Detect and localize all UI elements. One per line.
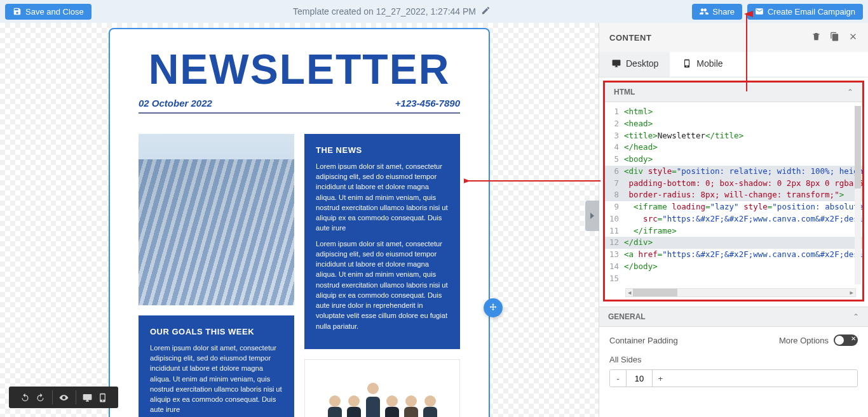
email-canvas[interactable]: NEWSLETTER 02 October 2022 +123-456-7890… bbox=[109, 28, 490, 417]
people-image bbox=[304, 359, 460, 417]
newsletter-subline: 02 October 2022 +123-456-7890 bbox=[139, 95, 460, 114]
mobile-icon bbox=[681, 59, 693, 68]
goals-text: Lorem ipsum dolor sit amet, consectetur … bbox=[150, 343, 283, 415]
news-p1: Lorem ipsum dolor sit amet, consectetur … bbox=[316, 161, 449, 234]
tab-desktop[interactable]: Desktop bbox=[599, 52, 670, 77]
side-panel: CONTENT Desktop Mobile bbox=[599, 23, 868, 417]
collapse-panel-button[interactable] bbox=[585, 201, 599, 231]
redo-button[interactable] bbox=[33, 390, 47, 404]
chevron-up-icon: ⌃ bbox=[853, 312, 859, 321]
stepper-plus[interactable]: + bbox=[652, 370, 668, 387]
close-icon[interactable] bbox=[848, 32, 858, 43]
topbar: Save and Close Template created on 12_27… bbox=[0, 0, 868, 23]
save-icon bbox=[13, 7, 22, 16]
code-vscroll[interactable] bbox=[855, 106, 861, 284]
share-button[interactable]: Share bbox=[692, 4, 742, 20]
preview-button[interactable] bbox=[57, 390, 71, 404]
topbar-right: Share Create Email Campaign bbox=[692, 4, 863, 20]
bottom-toolbar bbox=[9, 387, 118, 408]
code-editor[interactable]: 1<html>2<head>3<title>Newsletter</title>… bbox=[605, 102, 862, 300]
code-hscroll[interactable] bbox=[625, 288, 856, 297]
canvas-area[interactable]: NEWSLETTER 02 October 2022 +123-456-7890… bbox=[0, 23, 599, 417]
newsletter-title: NEWSLETTER bbox=[139, 48, 460, 90]
html-editor-highlight: HTML ⌃ 1<html>2<head>3<title>Newsletter<… bbox=[603, 81, 864, 301]
goals-block: OUR GOALS THIS WEEK Lorem ipsum dolor si… bbox=[139, 315, 294, 417]
template-title: Template created on 12_27_2022, 1:27:44 … bbox=[293, 6, 476, 17]
section-html[interactable]: HTML ⌃ bbox=[605, 83, 862, 102]
panel-title: CONTENT bbox=[609, 33, 651, 43]
news-heading: THE NEWS bbox=[316, 145, 449, 155]
newsletter-phone: +123-456-7890 bbox=[395, 98, 460, 109]
create-label: Create Email Campaign bbox=[768, 7, 855, 17]
newsletter-date: 02 October 2022 bbox=[139, 98, 212, 109]
desktop-view-button[interactable] bbox=[80, 390, 94, 404]
undo-button[interactable] bbox=[18, 390, 32, 404]
tab-mobile-label: Mobile bbox=[696, 58, 722, 69]
news-p2: Lorem ipsum dolor sit amet, consectetur … bbox=[316, 239, 449, 331]
section-html-label: HTML bbox=[614, 88, 635, 96]
tab-desktop-label: Desktop bbox=[626, 58, 658, 69]
building-image bbox=[139, 134, 294, 305]
more-options-toggle[interactable] bbox=[834, 334, 858, 346]
more-options-label: More Options bbox=[779, 336, 829, 345]
padding-input[interactable] bbox=[627, 370, 652, 387]
padding-stepper: - + bbox=[609, 369, 858, 387]
mobile-view-button[interactable] bbox=[95, 390, 109, 404]
create-campaign-button[interactable]: Create Email Campaign bbox=[747, 4, 863, 20]
container-padding-label: Container Padding bbox=[609, 336, 678, 345]
device-tabs: Desktop Mobile bbox=[599, 52, 868, 77]
col-right: THE NEWS Lorem ipsum dolor sit amet, con… bbox=[304, 134, 460, 417]
desktop-icon bbox=[611, 59, 622, 68]
template-title-wrap: Template created on 12_27_2022, 1:27:44 … bbox=[97, 6, 688, 17]
chevron-up-icon: ⌃ bbox=[847, 88, 853, 96]
move-handle[interactable] bbox=[484, 298, 503, 317]
newsletter-body: OUR GOALS THIS WEEK Lorem ipsum dolor si… bbox=[110, 120, 489, 417]
general-body: Container Padding More Options All Sides… bbox=[599, 327, 868, 395]
main: NEWSLETTER 02 October 2022 +123-456-7890… bbox=[0, 23, 868, 417]
col-left: OUR GOALS THIS WEEK Lorem ipsum dolor si… bbox=[139, 134, 294, 417]
panel-header: CONTENT bbox=[599, 23, 868, 52]
share-label: Share bbox=[712, 7, 735, 17]
panel-actions bbox=[811, 32, 858, 43]
save-label: Save and Close bbox=[25, 7, 84, 17]
all-sides-label: All Sides bbox=[609, 355, 858, 364]
news-block: THE NEWS Lorem ipsum dolor sit amet, con… bbox=[304, 134, 460, 349]
stepper-minus[interactable]: - bbox=[610, 370, 627, 387]
canvas-wrap: NEWSLETTER 02 October 2022 +123-456-7890… bbox=[109, 28, 490, 417]
move-icon bbox=[488, 303, 498, 313]
section-general-label: GENERAL bbox=[608, 312, 646, 321]
section-general[interactable]: GENERAL ⌃ bbox=[599, 307, 868, 327]
tab-mobile[interactable]: Mobile bbox=[670, 52, 734, 77]
goals-heading: OUR GOALS THIS WEEK bbox=[150, 327, 283, 336]
save-and-close-button[interactable]: Save and Close bbox=[5, 4, 92, 20]
duplicate-icon[interactable] bbox=[830, 32, 839, 43]
share-icon bbox=[700, 7, 709, 16]
newsletter-header: NEWSLETTER 02 October 2022 +123-456-7890 bbox=[110, 29, 489, 120]
delete-icon[interactable] bbox=[811, 32, 821, 43]
edit-title-icon[interactable] bbox=[481, 6, 491, 17]
campaign-icon bbox=[755, 7, 764, 16]
